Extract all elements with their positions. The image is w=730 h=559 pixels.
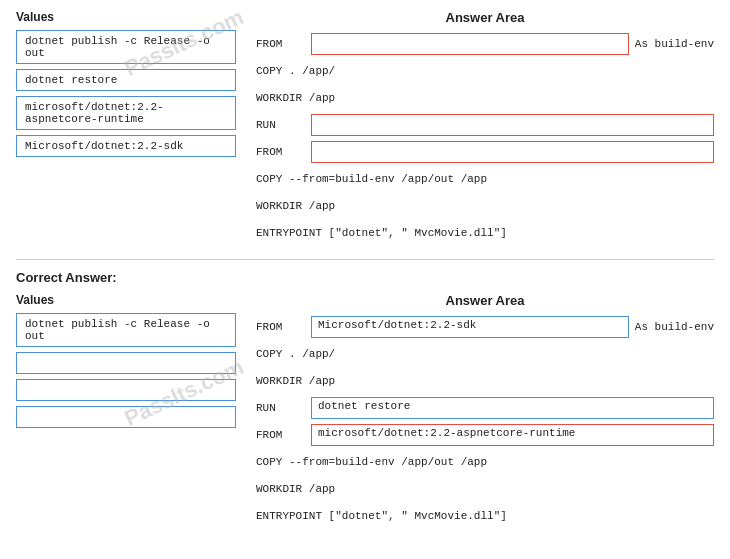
top-text-1: COPY . /app/: [256, 62, 335, 80]
bottom-answer-row-6: WORKDIR /app: [256, 478, 714, 500]
bottom-text-1: COPY . /app/: [256, 345, 335, 363]
top-values-panel: Values dotnet publish -c Release -o out …: [16, 10, 236, 249]
bottom-answer-row-0: FROM Microsoft/dotnet:2.2-sdk As build-e…: [256, 316, 714, 338]
top-keyword-0: FROM: [256, 38, 311, 50]
page: Passlts.com Values dotnet publish -c Rel…: [0, 0, 730, 552]
bottom-answer-title: Answer Area: [256, 293, 714, 308]
top-answer-row-1: COPY . /app/: [256, 60, 714, 82]
bottom-input-0[interactable]: Microsoft/dotnet:2.2-sdk: [311, 316, 629, 338]
bottom-value-box-1[interactable]: [16, 352, 236, 374]
bottom-answer-row-1: COPY . /app/: [256, 343, 714, 365]
top-value-box-1[interactable]: dotnet restore: [16, 69, 236, 91]
bottom-value-box-2[interactable]: [16, 379, 236, 401]
top-text-2: WORKDIR /app: [256, 89, 335, 107]
bottom-answer-row-5: COPY --from=build-env /app/out /app: [256, 451, 714, 473]
top-answer-row-4: FROM: [256, 141, 714, 163]
top-answer-row-2: WORKDIR /app: [256, 87, 714, 109]
top-suffix-0: As build-env: [635, 38, 714, 50]
top-input-4[interactable]: [311, 141, 714, 163]
top-value-box-2[interactable]: microsoft/dotnet:2.2-aspnetcore-runtime: [16, 96, 236, 130]
top-answer-row-5: COPY --from=build-env /app/out /app: [256, 168, 714, 190]
bottom-keyword-4: FROM: [256, 429, 311, 441]
top-answer-row-6: WORKDIR /app: [256, 195, 714, 217]
bottom-section: Values dotnet publish -c Release -o out …: [16, 293, 714, 532]
bottom-text-6: WORKDIR /app: [256, 480, 335, 498]
bottom-values-label: Values: [16, 293, 236, 307]
top-answer-title: Answer Area: [256, 10, 714, 25]
top-values-label: Values: [16, 10, 236, 24]
bottom-value-box-3[interactable]: [16, 406, 236, 428]
bottom-text-2: WORKDIR /app: [256, 372, 335, 390]
bottom-keyword-0: FROM: [256, 321, 311, 333]
bottom-input-4[interactable]: microsoft/dotnet:2.2-aspnetcore-runtime: [311, 424, 714, 446]
bottom-two-col: Values dotnet publish -c Release -o out …: [16, 293, 714, 532]
top-input-3[interactable]: [311, 114, 714, 136]
section-divider: [16, 259, 714, 260]
bottom-values-panel: Values dotnet publish -c Release -o out: [16, 293, 236, 532]
top-keyword-4: FROM: [256, 146, 311, 158]
top-answer-row-3: RUN: [256, 114, 714, 136]
top-two-col: Values dotnet publish -c Release -o out …: [16, 10, 714, 249]
top-keyword-3: RUN: [256, 119, 311, 131]
top-section: Values dotnet publish -c Release -o out …: [16, 10, 714, 249]
bottom-answer-panel: Answer Area FROM Microsoft/dotnet:2.2-sd…: [256, 293, 714, 532]
top-input-0[interactable]: [311, 33, 629, 55]
top-text-7: ENTRYPOINT ["dotnet", " MvcMovie.dll"]: [256, 224, 507, 242]
bottom-text-5: COPY --from=build-env /app/out /app: [256, 453, 487, 471]
top-answer-row-0: FROM As build-env: [256, 33, 714, 55]
top-text-5: COPY --from=build-env /app/out /app: [256, 170, 487, 188]
bottom-input-3[interactable]: dotnet restore: [311, 397, 714, 419]
bottom-answer-row-2: WORKDIR /app: [256, 370, 714, 392]
bottom-answer-row-7: ENTRYPOINT ["dotnet", " MvcMovie.dll"]: [256, 505, 714, 527]
top-value-box-0[interactable]: dotnet publish -c Release -o out: [16, 30, 236, 64]
top-text-6: WORKDIR /app: [256, 197, 335, 215]
bottom-answer-row-4: FROM microsoft/dotnet:2.2-aspnetcore-run…: [256, 424, 714, 446]
top-answer-panel: Answer Area FROM As build-env COPY . /ap…: [256, 10, 714, 249]
bottom-text-7: ENTRYPOINT ["dotnet", " MvcMovie.dll"]: [256, 507, 507, 525]
bottom-suffix-0: As build-env: [635, 321, 714, 333]
bottom-keyword-3: RUN: [256, 402, 311, 414]
bottom-value-box-0[interactable]: dotnet publish -c Release -o out: [16, 313, 236, 347]
correct-answer-label: Correct Answer:: [16, 270, 714, 285]
bottom-answer-row-3: RUN dotnet restore: [256, 397, 714, 419]
top-answer-row-7: ENTRYPOINT ["dotnet", " MvcMovie.dll"]: [256, 222, 714, 244]
top-value-box-3[interactable]: Microsoft/dotnet:2.2-sdk: [16, 135, 236, 157]
